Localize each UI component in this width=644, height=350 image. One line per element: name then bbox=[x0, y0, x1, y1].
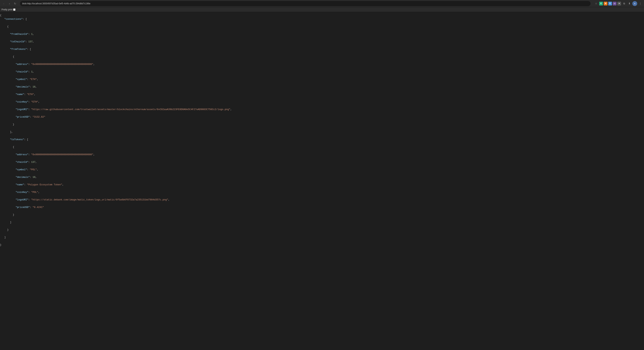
to-tokens-key: "toTokens" bbox=[10, 138, 24, 141]
json-content: { "connections": [ { "fromChainId": 1, "… bbox=[0, 12, 644, 350]
from-logouri-line: "logoURI": "https://raw.githubuserconten… bbox=[0, 108, 644, 111]
from-decimals-line: "decimals": 18, bbox=[0, 85, 644, 89]
connections-key: "connections" bbox=[4, 18, 23, 20]
to-name-key: "name" bbox=[16, 183, 24, 186]
to-chainid-key: "chainId" bbox=[16, 161, 28, 164]
from-token-open: { bbox=[0, 55, 644, 59]
from-token-close: } bbox=[0, 123, 644, 126]
to-address-key: "address" bbox=[16, 153, 28, 156]
from-tokens-line: "fromTokens": [ bbox=[0, 47, 644, 51]
from-name-value: "ETH" bbox=[27, 93, 34, 96]
to-name-value: "Polygon Ecosystem Token" bbox=[27, 183, 62, 186]
from-chainid-value: 1 bbox=[31, 70, 33, 73]
extensions-icon[interactable]: ⧉ bbox=[622, 1, 626, 6]
to-chainid-line: "chainId": 137, bbox=[0, 160, 644, 164]
pretty-print-text: Pretty print bbox=[2, 8, 12, 11]
to-address-value: "0x0000000000000000000000000000000000000… bbox=[31, 153, 94, 156]
from-tokens-key: "fromTokens" bbox=[10, 48, 27, 51]
to-symbol-key: "symbol" bbox=[16, 168, 27, 171]
to-tokens-close: ] bbox=[0, 221, 644, 224]
profile-icon[interactable]: A bbox=[632, 1, 637, 6]
to-logouri-value: "https://static.debank.com/image/matic_t… bbox=[31, 199, 168, 201]
root-open-brace: { bbox=[0, 14, 2, 17]
to-symbol-line: "symbol": "POL", bbox=[0, 168, 644, 172]
from-symbol-line: "symbol": "ETH", bbox=[0, 77, 644, 81]
keeper-extension-icon[interactable]: K bbox=[608, 2, 612, 5]
to-priceusd-key: "priceUSD" bbox=[16, 206, 30, 209]
browser-chrome: ‹ › ↻ ☆ K M K Ci ✦ ⧉ ⬇ A ⋮ bbox=[0, 0, 644, 7]
to-token-close: } bbox=[0, 213, 644, 217]
kaspersky-extension-icon[interactable]: K bbox=[599, 2, 603, 5]
download-icon[interactable]: ⬇ bbox=[627, 1, 632, 6]
from-priceusd-key: "priceUSD" bbox=[16, 116, 30, 118]
refresh-button[interactable]: ↻ bbox=[13, 1, 17, 6]
from-symbol-value: "ETH" bbox=[30, 78, 37, 81]
from-name-line: "name": "ETH", bbox=[0, 93, 644, 96]
from-priceusd-line: "priceUSD": "3132.82" bbox=[0, 115, 644, 119]
bookmark-icon[interactable]: ☆ bbox=[594, 1, 598, 6]
root-close-brace: } bbox=[0, 244, 2, 246]
ci-extension-icon[interactable]: Ci bbox=[613, 2, 616, 5]
to-decimals-value: 18 bbox=[32, 176, 36, 179]
from-chain-id-line: "fromChainId": 1, bbox=[0, 32, 644, 36]
to-logouri-key: "logoURI" bbox=[16, 199, 28, 201]
from-name-key: "name" bbox=[16, 93, 24, 96]
from-coinkey-key: "coinKey" bbox=[16, 101, 28, 103]
to-coinkey-value: "POL" bbox=[31, 191, 38, 194]
toolbar: Pretty print bbox=[0, 7, 644, 12]
to-chain-id-value: 137 bbox=[28, 40, 33, 43]
from-coinkey-value: "ETH" bbox=[31, 101, 38, 103]
from-logouri-value: "https://raw.githubusercontent.com/trust… bbox=[31, 108, 230, 111]
unknown-extension-icon[interactable]: ✦ bbox=[617, 2, 621, 5]
to-logouri-line: "logoURI": "https://static.debank.com/im… bbox=[0, 198, 644, 202]
to-chain-id-key: "toChainId" bbox=[10, 40, 26, 43]
connection-open: { bbox=[0, 25, 644, 28]
connections-array-close: ] bbox=[0, 236, 644, 239]
metamask-extension-icon[interactable]: M bbox=[604, 2, 608, 5]
to-coinkey-key: "coinKey" bbox=[16, 191, 28, 194]
browser-icons: ☆ K M K Ci ✦ ⧉ ⬇ A ⋮ bbox=[594, 1, 642, 6]
to-decimals-key: "decimals" bbox=[16, 176, 30, 179]
to-chain-id-line: "toChainId": 137, bbox=[0, 40, 644, 44]
to-address-line: "address": "0x00000000000000000000000000… bbox=[0, 153, 644, 157]
from-coinkey-line: "coinKey": "ETH", bbox=[0, 100, 644, 104]
address-bar[interactable] bbox=[22, 2, 588, 5]
to-priceusd-value: "0.4241" bbox=[32, 206, 44, 209]
to-name-line: "name": "Polygon Ecosystem Token", bbox=[0, 183, 644, 187]
from-address-line: "address": "0x00000000000000000000000000… bbox=[0, 62, 644, 66]
from-chainid-key: "chainId" bbox=[16, 70, 28, 73]
menu-icon[interactable]: ⋮ bbox=[638, 1, 642, 6]
from-address-value: "0x0000000000000000000000000000000000000… bbox=[31, 63, 94, 66]
to-decimals-line: "decimals": 18, bbox=[0, 175, 644, 179]
to-tokens-line: "toTokens": [ bbox=[0, 138, 644, 141]
pretty-print-label[interactable]: Pretty print bbox=[2, 8, 16, 11]
from-logouri-key: "logoURI" bbox=[16, 108, 28, 111]
pretty-print-checkbox[interactable] bbox=[13, 8, 16, 11]
to-symbol-value: "POL" bbox=[30, 168, 37, 171]
from-symbol-key: "symbol" bbox=[16, 78, 27, 81]
connections-line: "connections": [ bbox=[0, 17, 644, 21]
to-priceusd-line: "priceUSD": "0.4241" bbox=[0, 206, 644, 209]
from-address-key: "address" bbox=[16, 63, 28, 66]
from-decimals-key: "decimals" bbox=[16, 86, 30, 88]
from-chainid-line: "chainId": 1, bbox=[0, 70, 644, 74]
from-decimals-value: 18 bbox=[32, 86, 36, 88]
from-tokens-close: ], bbox=[0, 130, 644, 134]
back-button[interactable]: ‹ bbox=[2, 1, 6, 6]
from-priceusd-value: "3132.82" bbox=[32, 116, 46, 118]
from-chain-id-key: "fromChainId" bbox=[10, 33, 28, 35]
connection-close: } bbox=[0, 228, 644, 232]
from-chain-id-value: 1 bbox=[31, 33, 33, 35]
to-token-open: { bbox=[0, 145, 644, 149]
forward-button[interactable]: › bbox=[7, 1, 12, 6]
to-coinkey-line: "coinKey": "POL", bbox=[0, 190, 644, 194]
address-bar-container bbox=[20, 1, 590, 6]
to-chainid-value: 137 bbox=[31, 161, 36, 164]
